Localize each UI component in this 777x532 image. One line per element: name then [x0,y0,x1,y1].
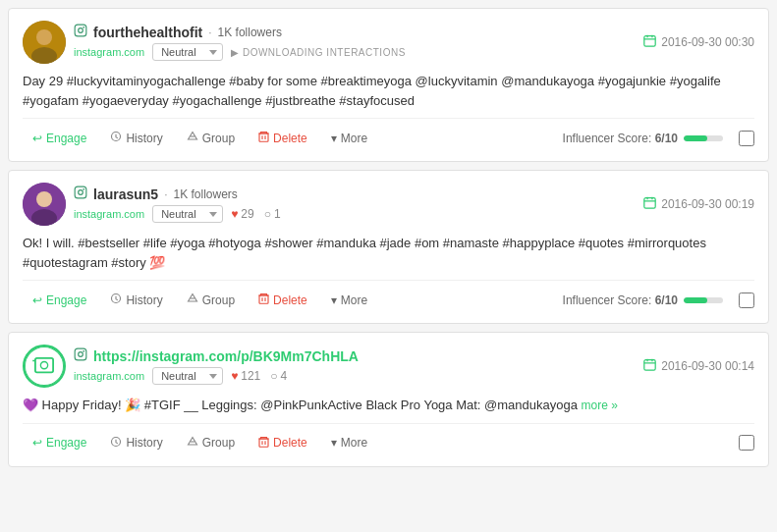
header-left: https://instagram.com/p/BK9Mm7ChHLA inst… [23,345,359,388]
more-label: More [341,132,367,145]
svg-rect-6 [644,36,655,47]
card-checkbox[interactable] [739,293,754,308]
header-left: fourthehealthofit · 1K followers instagr… [23,21,406,64]
sentiment-select[interactable]: Neutral Positive Negative [152,43,223,61]
group-button[interactable]: Group [177,127,245,149]
avatar [23,345,66,388]
score-label: Influencer Score: 6/10 [563,132,678,145]
delete-label: Delete [273,436,307,450]
source-link[interactable]: instagram.com [74,370,144,382]
score-value: 6/10 [655,132,678,145]
post-card-2: laurasun5 · 1K followers instagram.com N… [8,170,769,324]
comment-icon: ○ [264,207,271,221]
card-checkbox[interactable] [739,435,754,451]
history-label: History [126,132,162,145]
svg-point-21 [83,188,84,190]
engage-button[interactable]: ↩ Engage [23,128,96,149]
calendar-icon [643,358,656,374]
svg-point-20 [79,190,83,195]
influencer-score: Influencer Score: 6/10 [563,293,723,307]
engage-button[interactable]: ↩ Engage [23,290,96,311]
card-actions: ↩ Engage History [23,423,754,454]
source-link[interactable]: instagram.com [74,46,144,58]
more-button[interactable]: ▾ More [321,128,377,149]
history-label: History [126,293,162,307]
post-content: Day 29 #luckyvitaminyogachallenge #baby … [23,72,754,110]
date-value: 2016-09-30 00:30 [661,35,754,49]
post-content: Ok! I will. #bestseller #life #yoga #hot… [23,234,754,272]
delete-button[interactable]: Delete [249,432,317,454]
svg-rect-22 [644,198,655,209]
post-meta: ♥ 121 ○ 4 [231,369,287,383]
card-header: https://instagram.com/p/BK9Mm7ChHLA inst… [23,345,754,388]
user-top: https://instagram.com/p/BK9Mm7ChHLA [74,347,359,364]
group-icon [187,293,198,307]
more-label: More [341,436,367,450]
comment-icon: ○ [270,369,277,383]
instagram-icon [74,186,87,202]
history-button[interactable]: History [100,289,172,311]
likes-count: ♥ 121 [231,369,260,383]
user-top: laurasun5 · 1K followers [74,186,281,202]
downloading-status: ▶ DOWNLOADING INTERACTIONS [231,47,406,58]
avatar [23,183,66,226]
delete-button[interactable]: Delete [249,289,317,311]
comments-count: ○ 4 [270,369,287,383]
delete-icon [258,293,269,307]
followers-count: 1K followers [218,26,282,39]
group-icon [187,436,198,451]
svg-point-17 [36,191,52,207]
history-button[interactable]: History [100,432,172,454]
more-content-link[interactable]: more » [582,399,618,412]
score-label: Influencer Score: 6/10 [563,293,678,307]
group-icon [187,131,198,145]
actions-right: Influencer Score: 6/10 [563,131,754,146]
user-bottom: instagram.com Neutral Positive Negative … [74,367,359,385]
engage-button[interactable]: ↩ Engage [23,432,96,453]
post-date: 2016-09-30 00:19 [643,196,754,212]
group-button[interactable]: Group [177,432,245,454]
svg-rect-38 [644,360,655,371]
engage-icon: ↩ [32,132,42,145]
actions-right: Influencer Score: 6/10 [563,293,754,308]
group-label: Group [202,293,235,307]
card-header: laurasun5 · 1K followers instagram.com N… [23,183,754,226]
instagram-icon [74,347,87,364]
group-label: Group [202,436,235,450]
sentiment-select[interactable]: Neutral Positive Negative [152,367,223,385]
post-date: 2016-09-30 00:14 [643,358,754,374]
more-button[interactable]: ▾ More [321,290,377,311]
username: laurasun5 [93,186,158,202]
svg-point-37 [83,350,84,352]
separator: · [208,26,211,39]
sentiment-select[interactable]: Neutral Positive Negative [152,205,223,223]
card-actions: ↩ Engage History [23,280,754,311]
history-icon [110,436,122,451]
delete-button[interactable]: Delete [249,127,317,149]
more-button[interactable]: ▾ More [321,432,377,453]
avatar [23,21,66,64]
score-fill [684,135,707,141]
card-checkbox[interactable] [739,131,754,146]
instagram-icon [74,24,87,40]
engage-icon: ↩ [32,293,42,307]
post-card-1: fourthehealthofit · 1K followers instagr… [8,8,769,162]
card-header: fourthehealthofit · 1K followers instagr… [23,21,754,64]
engage-label: Engage [46,293,86,307]
delete-label: Delete [273,132,307,145]
post-meta: ♥ 29 ○ 1 [231,207,280,221]
source-link[interactable]: instagram.com [74,208,144,220]
card-actions: ↩ Engage History [23,118,754,149]
history-button[interactable]: History [100,127,172,149]
more-icon: ▾ [331,293,337,307]
group-button[interactable]: Group [177,289,245,311]
svg-point-32 [25,346,64,386]
delete-icon [258,131,269,145]
user-info: https://instagram.com/p/BK9Mm7ChHLA inst… [74,347,359,385]
actions-right [731,435,754,451]
likes-count: ♥ 29 [231,207,253,221]
actions-left: ↩ Engage History [23,289,377,311]
actions-left: ↩ Engage History [23,432,377,454]
user-top: fourthehealthofit · 1K followers [74,24,406,40]
more-icon: ▾ [331,132,337,145]
